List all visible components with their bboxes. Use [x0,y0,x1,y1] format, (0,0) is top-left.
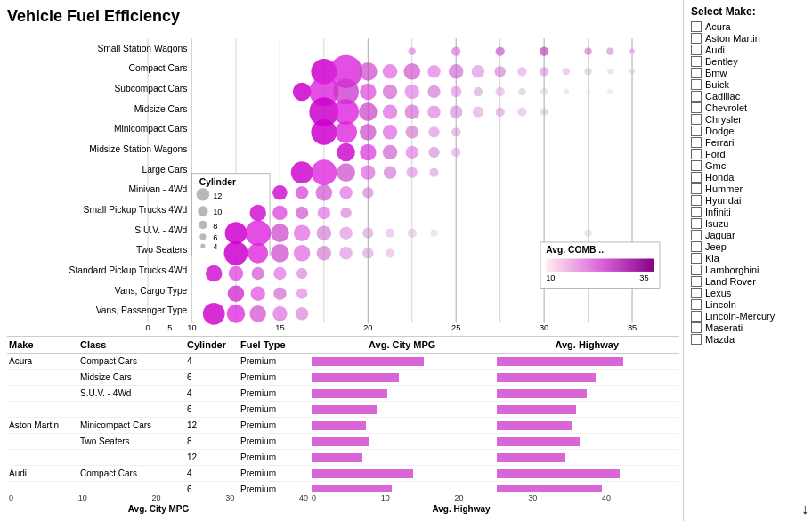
svg-point-122 [228,285,245,302]
svg-point-103 [386,229,394,238]
table-row: 6 Premium [7,402,679,418]
page-title: Vehicle Fuel Efficiency [7,7,679,26]
svg-point-59 [540,109,548,116]
svg-point-102 [362,227,373,238]
table-row: Two Seaters 8 Premium [7,434,679,450]
checkbox-lincoln-mercury[interactable] [691,311,702,322]
checkbox-jeep[interactable] [691,241,702,252]
svg-point-39 [405,85,419,99]
svg-point-56 [473,106,483,117]
checkbox-maserati[interactable] [691,322,702,333]
svg-point-101 [339,226,352,239]
table-row: Midsize Cars 6 Premium [7,370,679,386]
svg-point-12 [409,48,416,55]
checkbox-lamborghini[interactable] [691,265,702,275]
checkbox-lincoln[interactable] [691,299,702,310]
sidebar-item-chrysler[interactable]: Chrysler [691,114,805,125]
sidebar-item-buick[interactable]: Buick [691,79,805,90]
svg-point-38 [383,85,397,99]
sidebar-item-acura[interactable]: Acura [691,21,805,32]
svg-point-76 [361,165,375,179]
cylinder-legend-title: Cylinder [199,177,236,187]
checkbox-infiniti[interactable] [691,207,702,217]
sidebar-item-infiniti[interactable]: Infiniti [691,207,805,217]
sidebar-item-cadillac[interactable]: Cadillac [691,91,805,102]
sidebar-item-isuzu[interactable]: Isuzu [691,218,805,229]
checkbox-jaguar[interactable] [691,230,702,240]
sidebar-item-lamborghini[interactable]: Lamborghini [691,265,805,275]
checkbox-lexus[interactable] [691,288,702,298]
y-label-10: S.U.V. - 4Wd [134,225,187,235]
checkbox-ford[interactable] [691,149,702,159]
checkbox-honda[interactable] [691,172,702,183]
sidebar-item-jaguar[interactable]: Jaguar [691,230,805,240]
sidebar-item-bentley[interactable]: Bentley [691,56,805,67]
svg-point-34 [293,83,312,102]
sidebar-item-chevrolet[interactable]: Chevrolet [691,102,805,113]
svg-point-86 [272,185,287,199]
sidebar-item-honda[interactable]: Honda [691,172,805,183]
svg-point-43 [496,87,505,96]
sidebar-item-aston-martin[interactable]: Aston Martin [691,33,805,44]
checkbox-chrysler[interactable] [691,114,702,125]
svg-point-88 [316,184,333,201]
svg-point-121 [296,268,307,279]
sidebar-item-ferrari[interactable]: Ferrari [691,137,805,148]
y-label-1: Small Station Wagons [97,44,187,53]
sidebar-item-land-rover[interactable]: Land Rover [691,276,805,287]
svg-point-113 [362,248,373,258]
sidebar-item-hummer[interactable]: Hummer [691,183,805,194]
checkbox-dodge[interactable] [691,126,702,136]
checkbox-bmw[interactable] [691,68,702,78]
svg-point-83 [199,221,207,229]
sidebar-item-bmw[interactable]: Bmw [691,68,805,78]
checkbox-kia[interactable] [691,253,702,264]
scroll-down-icon[interactable]: ↓ [801,501,808,517]
table-body: Acura Compact Cars 4 Premium Midsize Car… [7,354,679,492]
cyl-6: 6 [213,233,217,242]
svg-point-120 [273,267,286,280]
svg-point-27 [495,66,506,77]
sidebar-item-audi[interactable]: Audi [691,45,805,55]
sidebar-item-jeep[interactable]: Jeep [691,241,805,252]
table-row: 12 Premium [7,450,679,466]
svg-point-16 [584,48,591,55]
svg-point-42 [474,87,483,96]
svg-point-73 [291,161,313,183]
sidebar-item-gmc[interactable]: Gmc [691,160,805,171]
sidebar-item-hyundai[interactable]: Hyundai [691,195,805,206]
sidebar-item-dodge[interactable]: Dodge [691,126,805,136]
sidebar-item-ford[interactable]: Ford [691,149,805,159]
svg-point-110 [294,245,311,262]
checkbox-bentley[interactable] [691,56,702,67]
checkbox-chevrolet[interactable] [691,102,702,113]
checkbox-acura[interactable] [691,21,702,32]
svg-point-78 [407,167,418,177]
col-fuel: Fuel Type [239,339,310,350]
sidebar-item-lexus[interactable]: Lexus [691,288,805,298]
color-min: 10 [546,273,555,282]
sidebar-item-lincoln[interactable]: Lincoln [691,299,805,310]
checkbox-mazda[interactable] [691,334,702,345]
checkbox-ferrari[interactable] [691,137,702,148]
sidebar-item-lincoln-mercury[interactable]: Lincoln-Mercury [691,311,805,322]
svg-point-23 [404,63,421,80]
sidebar-item-kia[interactable]: Kia [691,253,805,264]
checkbox-hyundai[interactable] [691,195,702,206]
checkbox-cadillac[interactable] [691,91,702,102]
svg-point-65 [428,126,439,137]
x-tick-30: 30 [540,323,548,332]
checkbox-gmc[interactable] [691,160,702,171]
checkbox-audi[interactable] [691,45,702,55]
svg-point-31 [584,68,591,75]
y-label-12: Standard Pickup Trucks 4Wd [69,265,188,275]
svg-point-58 [517,108,526,117]
checkbox-hummer[interactable] [691,183,702,194]
checkbox-aston-martin[interactable] [691,33,702,44]
x-tick-25: 25 [451,323,460,332]
checkbox-isuzu[interactable] [691,218,702,229]
checkbox-land-rover[interactable] [691,276,702,287]
checkbox-buick[interactable] [691,79,702,90]
sidebar-item-mazda[interactable]: Mazda [691,334,805,345]
sidebar-item-maserati[interactable]: Maserati [691,322,805,333]
